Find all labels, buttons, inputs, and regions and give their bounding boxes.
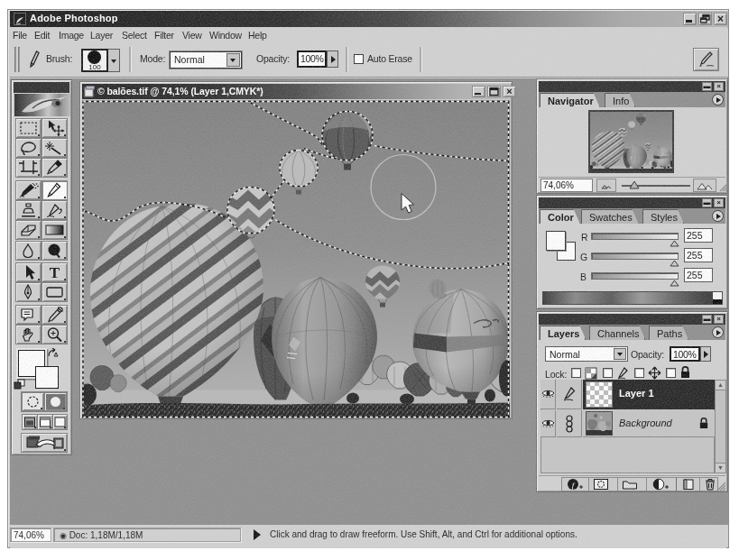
- svg-text:T: T: [50, 264, 60, 281]
